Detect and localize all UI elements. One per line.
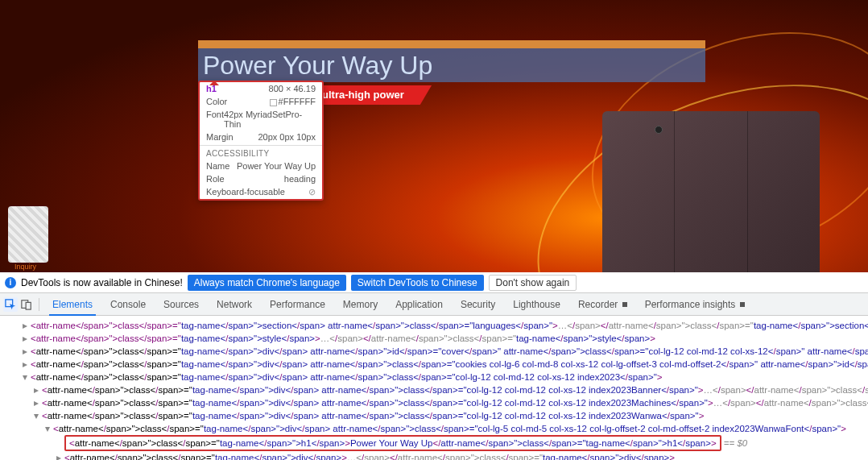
dom-selected-node: <attr-name</span>">class</span>="tag-nam… bbox=[64, 435, 721, 451]
element-picker-icon[interactable] bbox=[3, 297, 18, 312]
dom-node: <attr-name</span>">class</span>="tag-nam… bbox=[53, 424, 846, 433]
tooltip-accessibility-header: ACCESSIBILITY bbox=[200, 147, 322, 160]
device-toolbar-icon[interactable] bbox=[19, 297, 34, 312]
tab-memory[interactable]: Memory bbox=[335, 294, 386, 315]
dom-node: <attr-name</span>">class</span>="tag-nam… bbox=[31, 334, 655, 343]
dom-node: <attr-name</span>">class</span>="tag-nam… bbox=[64, 453, 675, 460]
svg-rect-2 bbox=[26, 302, 31, 309]
switch-devtools-language-button[interactable]: Switch DevTools to Chinese bbox=[351, 275, 484, 291]
dom-node: <attr-name</span>">class</span>="tag-nam… bbox=[31, 359, 868, 369]
forbid-icon: ⊘ bbox=[308, 187, 316, 197]
tab-performance[interactable]: Performance bbox=[262, 294, 333, 315]
always-match-language-button[interactable]: Always match Chrome's language bbox=[188, 275, 346, 291]
tooltip-acc-role: heading bbox=[284, 174, 316, 184]
tooltip-dimensions: 800 × 46.19 bbox=[269, 84, 316, 93]
tab-lighthouse[interactable]: Lighthouse bbox=[505, 294, 568, 315]
dom-node: <attr-name</span>">class</span>="tag-nam… bbox=[31, 321, 868, 330]
page-render-area: Power Your Way Up ultra-high power Inqui… bbox=[0, 0, 868, 272]
inspected-headline: Power Your Way Up bbox=[198, 48, 705, 82]
dom-node: <attr-name</span>">class</span>="tag-nam… bbox=[42, 411, 704, 421]
elements-dom-tree[interactable]: ▸<attr-name</span>">class</span>="tag-na… bbox=[0, 316, 868, 460]
tab-elements[interactable]: Elements bbox=[44, 294, 101, 315]
dom-selected-marker: == $0 bbox=[721, 438, 748, 448]
tab-security[interactable]: Security bbox=[453, 294, 503, 315]
dom-node: <attr-name</span>">class</span>="tag-nam… bbox=[31, 346, 868, 356]
preview-badge-icon bbox=[622, 302, 627, 307]
dom-node: <attr-name</span>">class</span>="tag-nam… bbox=[42, 398, 868, 408]
dom-node: <attr-name</span>">class</span>="tag-nam… bbox=[31, 372, 662, 382]
info-icon: i bbox=[5, 277, 16, 288]
tooltip-color-value: #FFFFFF bbox=[279, 97, 316, 106]
element-inspector-tooltip: h1800 × 46.19 Color#FFFFFF Font42px Myri… bbox=[198, 81, 324, 201]
devtools-tabs: Elements Console Sources Network Perform… bbox=[0, 293, 868, 316]
tooltip-margin-value: 20px 0px 10px bbox=[258, 132, 316, 142]
dom-node: <attr-name</span>">class</span>="tag-nam… bbox=[42, 385, 868, 395]
devtools-language-notice: i DevTools is now available in Chinese! … bbox=[0, 272, 868, 293]
tab-network[interactable]: Network bbox=[209, 294, 260, 315]
margin-overlay bbox=[198, 40, 705, 48]
preview-badge-icon bbox=[740, 302, 745, 307]
subheadline-pill: ultra-high power bbox=[317, 85, 432, 105]
tab-application[interactable]: Application bbox=[387, 294, 451, 315]
tooltip-font-value: 42px MyriadSetPro-Thin bbox=[224, 110, 316, 129]
chat-avatar[interactable] bbox=[8, 206, 48, 263]
tab-sources[interactable]: Sources bbox=[155, 294, 207, 315]
dismiss-notice-button[interactable]: Don't show again bbox=[489, 275, 577, 291]
tab-performance-insights[interactable]: Performance insights bbox=[637, 294, 753, 315]
tooltip-tag: h1 bbox=[206, 84, 217, 93]
tooltip-acc-name: Power Your Way Up bbox=[237, 161, 316, 171]
tab-recorder[interactable]: Recorder bbox=[570, 294, 635, 315]
tab-console[interactable]: Console bbox=[102, 294, 154, 315]
product-image bbox=[602, 111, 820, 272]
notice-text: DevTools is now available in Chinese! bbox=[21, 277, 183, 288]
chat-avatar-label: Inquiry bbox=[14, 263, 36, 271]
